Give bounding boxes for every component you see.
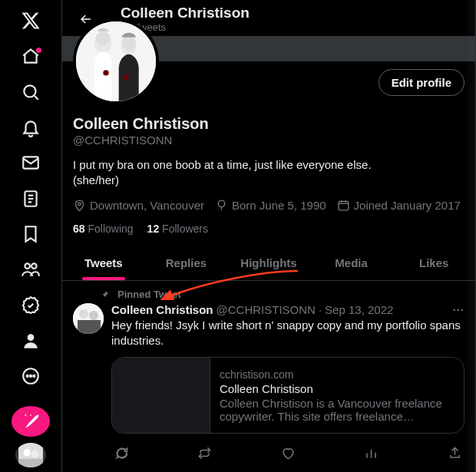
- home-icon[interactable]: [12, 41, 49, 71]
- svg-point-21: [78, 203, 81, 206]
- scrollbar[interactable]: [464, 0, 475, 472]
- svg-point-7: [27, 375, 28, 377]
- notifications-icon[interactable]: [12, 113, 49, 142]
- location-icon: [73, 199, 86, 212]
- svg-rect-23: [339, 202, 349, 210]
- views-button[interactable]: [359, 440, 385, 466]
- profile-tabs: Tweets Replies Highlights Media Likes: [62, 246, 475, 281]
- followers-count: 12: [147, 223, 160, 235]
- tweet-author-handle[interactable]: @CCHRISTISONN: [217, 303, 316, 316]
- reply-button[interactable]: [108, 440, 134, 466]
- balloon-icon: [215, 199, 228, 212]
- svg-point-26: [89, 311, 98, 320]
- birth-text: Born June 5, 1990: [232, 199, 326, 212]
- link-card[interactable]: cchristison.com Colleen Christison Colle…: [111, 357, 464, 434]
- svg-point-22: [218, 200, 225, 207]
- tab-tweets[interactable]: Tweets: [62, 246, 145, 280]
- svg-point-12: [31, 451, 39, 458]
- birth-date: Born June 5, 1990: [215, 199, 326, 212]
- display-name: Colleen Christison: [73, 115, 464, 133]
- tweet-more-button[interactable]: ···: [452, 303, 464, 316]
- svg-rect-27: [78, 320, 101, 334]
- tab-media[interactable]: Media: [310, 246, 393, 280]
- link-card-domain: cchristison.com: [220, 368, 455, 381]
- header-display-name: Colleen Christison: [121, 5, 250, 21]
- tweet-author-name[interactable]: Colleen Christison: [111, 303, 213, 316]
- svg-point-9: [33, 375, 35, 377]
- following-count: 68: [73, 223, 85, 235]
- svg-point-16: [96, 31, 111, 46]
- nav-rail: [0, 0, 61, 472]
- pinned-indicator: Pinned Tweet: [73, 289, 464, 300]
- retweet-button[interactable]: [192, 440, 218, 466]
- tweet-date[interactable]: Sep 13, 2022: [325, 303, 393, 316]
- lists-icon[interactable]: [12, 183, 49, 213]
- bio: I put my bra on one boob at a time, just…: [73, 157, 464, 189]
- joined-text: Joined January 2017: [354, 199, 461, 212]
- profile-avatar[interactable]: [73, 18, 159, 104]
- more-icon[interactable]: [12, 361, 49, 391]
- svg-rect-14: [76, 21, 156, 101]
- share-button[interactable]: [441, 440, 468, 466]
- followers-label: Followers: [162, 223, 208, 235]
- pinned-tweet[interactable]: Pinned Tweet Colleen Christison @CCHRIST…: [62, 281, 475, 434]
- tab-replies[interactable]: Replies: [145, 246, 228, 280]
- calendar-icon: [337, 199, 350, 212]
- link-card-description: Colleen Christison is a Vancouver freela…: [220, 397, 455, 423]
- join-date: Joined January 2017: [337, 199, 461, 212]
- messages-icon[interactable]: [12, 148, 49, 177]
- verified-icon[interactable]: [12, 290, 49, 319]
- main-column: Colleen Christison 40 Tweets: [61, 0, 476, 472]
- bookmarks-icon[interactable]: [12, 219, 49, 249]
- account-avatar[interactable]: [15, 443, 46, 467]
- svg-point-11: [23, 449, 31, 457]
- svg-point-5: [28, 334, 35, 341]
- pin-icon: [99, 289, 110, 300]
- svg-point-4: [31, 264, 37, 269]
- profile-info: Colleen Christison @CCHRISTISONN I put m…: [62, 115, 475, 236]
- tweet-sep: ·: [319, 303, 322, 316]
- followers-link[interactable]: 12 Followers: [147, 223, 208, 235]
- profile-meta: Downtown, Vancouver Born June 5, 1990 Jo…: [73, 199, 464, 212]
- tweet-actions: [62, 434, 475, 472]
- tab-likes[interactable]: Likes: [392, 246, 475, 280]
- pinned-label: Pinned Tweet: [117, 289, 181, 300]
- communities-icon[interactable]: [12, 255, 49, 284]
- bio-line-1: I put my bra on one boob at a time, just…: [73, 158, 372, 171]
- svg-point-25: [79, 309, 88, 319]
- compose-button[interactable]: [12, 406, 50, 437]
- location: Downtown, Vancouver: [73, 199, 204, 212]
- svg-point-0: [24, 85, 35, 97]
- link-card-title: Colleen Christison: [220, 382, 455, 395]
- following-link[interactable]: 68 Following: [73, 223, 134, 235]
- following-label: Following: [88, 223, 133, 235]
- x-logo[interactable]: [12, 6, 49, 35]
- bio-line-2: (she/her): [73, 173, 119, 186]
- svg-point-17: [103, 70, 108, 75]
- tab-highlights[interactable]: Highlights: [227, 246, 310, 280]
- svg-point-19: [121, 35, 136, 50]
- handle: @CCHRISTISONN: [73, 134, 464, 147]
- location-text: Downtown, Vancouver: [90, 199, 204, 212]
- svg-point-3: [25, 264, 30, 269]
- svg-point-8: [30, 375, 31, 377]
- edit-profile-button[interactable]: Edit profile: [378, 69, 464, 96]
- profile-icon[interactable]: [12, 326, 49, 355]
- search-icon[interactable]: [12, 78, 49, 107]
- svg-rect-13: [18, 459, 43, 467]
- profile-actions-row: Edit profile: [62, 61, 475, 111]
- svg-point-20: [123, 74, 128, 79]
- tweet-header: Colleen Christison @CCHRISTISONN · Sep 1…: [111, 303, 464, 316]
- tweet-text: Hey friends! Jsyk I write short n' snapp…: [111, 318, 464, 348]
- like-button[interactable]: [275, 440, 301, 466]
- tweet-avatar[interactable]: [73, 303, 104, 334]
- link-card-thumb: [112, 358, 210, 433]
- follow-stats: 68 Following 12 Followers: [73, 223, 464, 235]
